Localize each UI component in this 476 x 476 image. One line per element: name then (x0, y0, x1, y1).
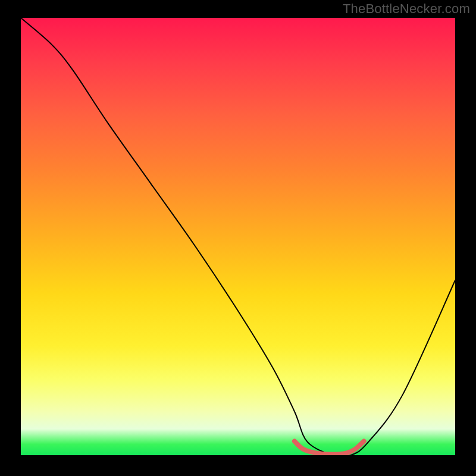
watermark-text: TheBottleNecker.com (343, 1, 470, 17)
sweet-spot-path (295, 441, 364, 454)
chart-frame: TheBottleNecker.com (0, 0, 476, 476)
chart-svg (21, 18, 455, 455)
plot-area (21, 18, 455, 455)
bottleneck-curve-path (21, 18, 455, 455)
